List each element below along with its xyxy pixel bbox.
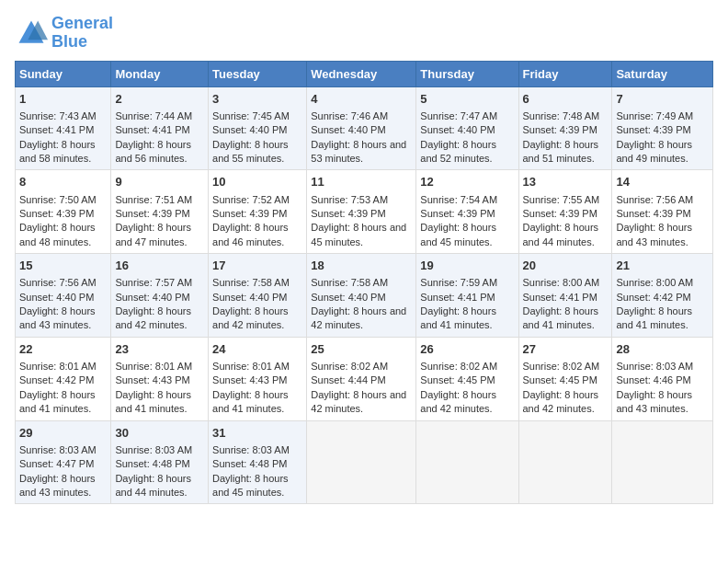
header-friday: Friday <box>518 61 612 86</box>
day-number: 17 <box>212 258 302 274</box>
day-cell: 15Sunrise: 7:56 AMSunset: 4:40 PMDayligh… <box>16 254 111 338</box>
sunrise-text: Sunrise: 7:44 AM <box>115 110 192 121</box>
day-number: 8 <box>19 174 107 190</box>
daylight-text: Daylight: 8 hours and 42 minutes. <box>523 389 599 414</box>
daylight-text: Daylight: 8 hours and 44 minutes. <box>115 473 191 498</box>
sunset-text: Sunset: 4:40 PM <box>212 292 287 303</box>
daylight-text: Daylight: 8 hours and 42 minutes. <box>115 305 191 330</box>
day-number: 4 <box>311 91 412 108</box>
sunrise-text: Sunrise: 7:53 AM <box>311 194 388 205</box>
sunrise-text: Sunrise: 7:51 AM <box>115 194 192 205</box>
sunrise-text: Sunrise: 8:03 AM <box>616 361 693 372</box>
day-cell: 2Sunrise: 7:44 AMSunset: 4:41 PMDaylight… <box>111 86 209 170</box>
sunset-text: Sunset: 4:41 PM <box>420 292 495 303</box>
day-number: 30 <box>115 425 204 442</box>
sunset-text: Sunset: 4:39 PM <box>420 208 495 219</box>
daylight-text: Daylight: 8 hours and 42 minutes. <box>420 389 496 414</box>
sunrise-text: Sunrise: 7:55 AM <box>523 194 600 205</box>
sunset-text: Sunset: 4:40 PM <box>19 292 94 303</box>
sunset-text: Sunset: 4:45 PM <box>523 374 597 385</box>
day-number: 12 <box>420 174 514 190</box>
daylight-text: Daylight: 8 hours and 55 minutes. <box>212 139 289 164</box>
sunset-text: Sunset: 4:39 PM <box>115 208 189 219</box>
header-wednesday: Wednesday <box>307 61 416 86</box>
daylight-text: Daylight: 8 hours and 41 minutes. <box>212 389 289 414</box>
header-sunday: Sunday <box>16 61 111 86</box>
day-number: 1 <box>19 91 107 108</box>
week-row-3: 15Sunrise: 7:56 AMSunset: 4:40 PMDayligh… <box>16 254 713 338</box>
day-cell: 12Sunrise: 7:54 AMSunset: 4:39 PMDayligh… <box>416 170 518 254</box>
week-row-1: 1Sunrise: 7:43 AMSunset: 4:41 PMDaylight… <box>16 86 713 170</box>
day-cell: 22Sunrise: 8:01 AMSunset: 4:42 PMDayligh… <box>16 337 111 420</box>
day-cell: 26Sunrise: 8:02 AMSunset: 4:45 PMDayligh… <box>416 337 518 420</box>
daylight-text: Daylight: 8 hours and 51 minutes. <box>523 139 599 164</box>
day-cell: 25Sunrise: 8:02 AMSunset: 4:44 PMDayligh… <box>307 337 416 420</box>
daylight-text: Daylight: 8 hours and 58 minutes. <box>19 139 96 164</box>
sunset-text: Sunset: 4:44 PM <box>311 374 385 385</box>
sunset-text: Sunset: 4:39 PM <box>212 208 287 219</box>
day-cell: 31Sunrise: 8:03 AMSunset: 4:48 PMDayligh… <box>209 420 307 504</box>
day-cell: 19Sunrise: 7:59 AMSunset: 4:41 PMDayligh… <box>416 254 518 338</box>
day-cell: 14Sunrise: 7:56 AMSunset: 4:39 PMDayligh… <box>612 170 713 254</box>
sunset-text: Sunset: 4:40 PM <box>311 124 385 135</box>
sunrise-text: Sunrise: 8:02 AM <box>311 361 388 372</box>
day-cell: 30Sunrise: 8:03 AMSunset: 4:48 PMDayligh… <box>111 420 209 504</box>
sunset-text: Sunset: 4:40 PM <box>420 124 495 135</box>
sunset-text: Sunset: 4:45 PM <box>420 374 495 385</box>
sunset-text: Sunset: 4:40 PM <box>212 124 287 135</box>
sunset-text: Sunset: 4:39 PM <box>523 124 597 135</box>
sunrise-text: Sunrise: 8:03 AM <box>212 444 290 455</box>
calendar-table: SundayMondayTuesdayWednesdayThursdayFrid… <box>15 61 713 505</box>
day-number: 31 <box>212 425 302 442</box>
page-header: General Blue <box>15 15 713 52</box>
day-cell <box>307 420 416 504</box>
sunset-text: Sunset: 4:46 PM <box>616 374 690 385</box>
day-number: 13 <box>523 174 609 190</box>
daylight-text: Daylight: 8 hours and 41 minutes. <box>523 305 599 330</box>
daylight-text: Daylight: 8 hours and 43 minutes. <box>19 473 96 498</box>
sunrise-text: Sunrise: 7:56 AM <box>616 194 693 205</box>
daylight-text: Daylight: 8 hours and 42 minutes. <box>212 305 289 330</box>
logo: General Blue <box>15 15 113 52</box>
sunrise-text: Sunrise: 7:58 AM <box>311 277 388 288</box>
day-number: 7 <box>616 91 709 108</box>
header-row: SundayMondayTuesdayWednesdayThursdayFrid… <box>16 61 713 86</box>
daylight-text: Daylight: 8 hours and 47 minutes. <box>115 222 191 247</box>
day-number: 24 <box>212 341 302 358</box>
sunrise-text: Sunrise: 8:02 AM <box>523 361 600 372</box>
daylight-text: Daylight: 8 hours and 41 minutes. <box>115 389 191 414</box>
day-cell: 4Sunrise: 7:46 AMSunset: 4:40 PMDaylight… <box>307 86 416 170</box>
day-cell: 5Sunrise: 7:47 AMSunset: 4:40 PMDaylight… <box>416 86 518 170</box>
sunrise-text: Sunrise: 8:03 AM <box>115 444 192 455</box>
header-monday: Monday <box>111 61 209 86</box>
day-number: 23 <box>115 341 204 358</box>
sunrise-text: Sunrise: 8:01 AM <box>212 361 290 372</box>
sunset-text: Sunset: 4:39 PM <box>19 208 94 219</box>
logo-icon <box>15 17 48 50</box>
sunset-text: Sunset: 4:41 PM <box>115 124 189 135</box>
daylight-text: Daylight: 8 hours and 43 minutes. <box>616 222 692 247</box>
day-cell: 11Sunrise: 7:53 AMSunset: 4:39 PMDayligh… <box>307 170 416 254</box>
day-cell: 3Sunrise: 7:45 AMSunset: 4:40 PMDaylight… <box>209 86 307 170</box>
day-cell: 27Sunrise: 8:02 AMSunset: 4:45 PMDayligh… <box>518 337 612 420</box>
day-number: 21 <box>616 258 709 274</box>
sunrise-text: Sunrise: 7:49 AM <box>616 110 693 121</box>
sunset-text: Sunset: 4:39 PM <box>523 208 597 219</box>
sunrise-text: Sunrise: 8:01 AM <box>115 361 192 372</box>
day-number: 6 <box>523 91 609 108</box>
sunrise-text: Sunrise: 7:45 AM <box>212 110 290 121</box>
sunset-text: Sunset: 4:39 PM <box>311 208 385 219</box>
sunset-text: Sunset: 4:39 PM <box>616 124 690 135</box>
day-cell: 10Sunrise: 7:52 AMSunset: 4:39 PMDayligh… <box>209 170 307 254</box>
day-number: 3 <box>212 91 302 108</box>
day-number: 26 <box>420 341 514 358</box>
daylight-text: Daylight: 8 hours and 41 minutes. <box>420 305 496 330</box>
day-cell <box>416 420 518 504</box>
daylight-text: Daylight: 8 hours and 45 minutes. <box>311 222 406 247</box>
day-number: 15 <box>19 258 107 274</box>
day-cell: 29Sunrise: 8:03 AMSunset: 4:47 PMDayligh… <box>16 420 111 504</box>
daylight-text: Daylight: 8 hours and 42 minutes. <box>311 305 406 330</box>
sunrise-text: Sunrise: 7:56 AM <box>19 277 97 288</box>
day-cell: 17Sunrise: 7:58 AMSunset: 4:40 PMDayligh… <box>209 254 307 338</box>
header-saturday: Saturday <box>612 61 713 86</box>
